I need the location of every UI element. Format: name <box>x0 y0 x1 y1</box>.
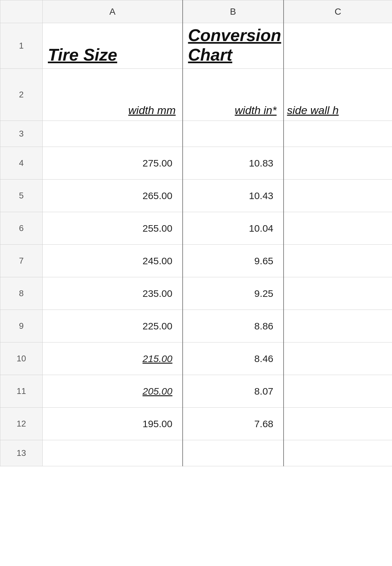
cell-8-a: 235.00 <box>43 277 183 310</box>
spreadsheet-table: A B C 1 Tire Size Conversion Chart 2 wid… <box>0 0 392 466</box>
cell-7-a: 245.00 <box>43 245 183 277</box>
cell-1-c <box>284 23 392 69</box>
cell-4-a: 275.00 <box>43 147 183 180</box>
header-width-mm: width mm <box>43 69 183 121</box>
cell-8-b: 9.25 <box>183 277 284 310</box>
header-side-wall: side wall h <box>284 69 392 121</box>
cell-6-b: 10.04 <box>183 212 284 245</box>
row-num-11: 11 <box>0 375 43 408</box>
cell-8-c <box>284 277 392 310</box>
row-num-13: 13 <box>0 440 43 466</box>
cell-6-a: 255.00 <box>43 212 183 245</box>
cell-12-a: 195.00 <box>43 408 183 440</box>
cell-7-c <box>284 245 392 277</box>
cell-7-b: 9.65 <box>183 245 284 277</box>
row-num-3: 3 <box>0 121 43 147</box>
row-num-9: 9 <box>0 310 43 342</box>
cell-3-a <box>43 121 183 147</box>
cell-5-a: 265.00 <box>43 180 183 212</box>
title-text-b: Conversion Chart <box>188 26 281 64</box>
col-header-a: A <box>43 0 183 23</box>
cell-13-a <box>43 440 183 466</box>
cell-5-c <box>284 180 392 212</box>
cell-10-b: 8.46 <box>183 342 284 375</box>
cell-12-c <box>284 408 392 440</box>
cell-3-b <box>183 121 284 147</box>
cell-12-b: 7.68 <box>183 408 284 440</box>
title-text-a: Tire Size <box>48 45 117 64</box>
header-width-in: width in* <box>183 69 284 121</box>
cell-13-b <box>183 440 284 466</box>
cell-11-b: 8.07 <box>183 375 284 408</box>
cell-11-a: 205.00 <box>43 375 183 408</box>
title-cell-b: Conversion Chart <box>183 23 284 69</box>
row-num-4: 4 <box>0 147 43 180</box>
row-num-2: 2 <box>0 69 43 121</box>
cell-9-a: 225.00 <box>43 310 183 342</box>
row-num-5: 5 <box>0 180 43 212</box>
cell-5-b: 10.43 <box>183 180 284 212</box>
row-num-10: 10 <box>0 342 43 375</box>
cell-9-b: 8.86 <box>183 310 284 342</box>
row-num-12: 12 <box>0 408 43 440</box>
row-num-1: 1 <box>0 23 43 69</box>
cell-9-c <box>284 310 392 342</box>
row-num-8: 8 <box>0 277 43 310</box>
cell-11-c <box>284 375 392 408</box>
cell-4-c <box>284 147 392 180</box>
cell-6-c <box>284 212 392 245</box>
row-num-6: 6 <box>0 212 43 245</box>
col-header-c: C <box>284 0 392 23</box>
corner-cell <box>0 0 43 23</box>
row-num-7: 7 <box>0 245 43 277</box>
cell-13-c <box>284 440 392 466</box>
title-cell-a: Tire Size <box>43 23 183 69</box>
cell-4-b: 10.83 <box>183 147 284 180</box>
col-header-b: B <box>183 0 284 23</box>
cell-3-c <box>284 121 392 147</box>
cell-10-c <box>284 342 392 375</box>
cell-10-a: 215.00 <box>43 342 183 375</box>
